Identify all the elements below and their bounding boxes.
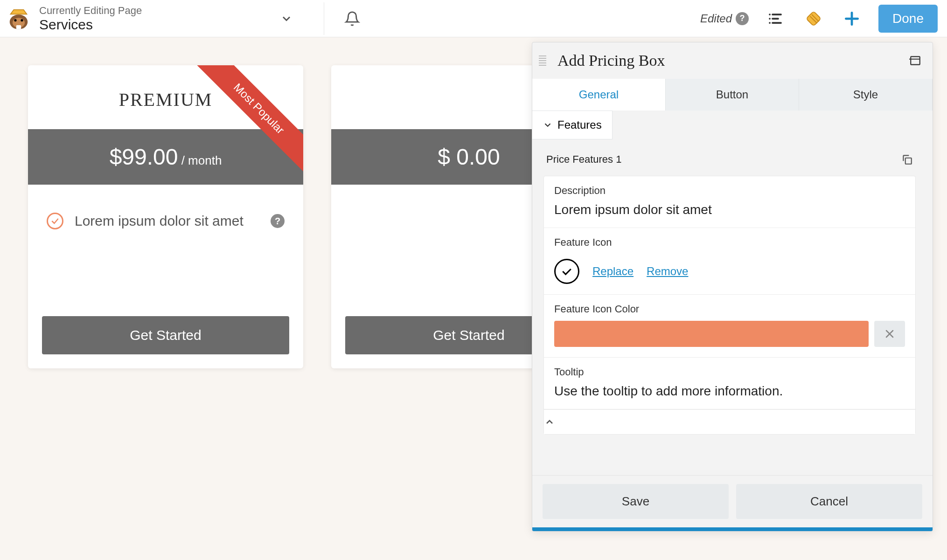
chevron-up-icon <box>544 416 555 428</box>
drag-handle-icon[interactable] <box>539 55 546 66</box>
svg-point-3 <box>14 19 16 21</box>
feature-icon-label: Feature Icon <box>554 236 905 249</box>
topbar-divider <box>324 2 324 35</box>
field-description: Description <box>544 176 915 228</box>
tooltip-label: Tooltip <box>554 366 905 378</box>
pricing-card-premium[interactable]: Most Popular PREMIUM $99.00 / month Lore… <box>28 65 303 368</box>
svg-point-4 <box>21 19 23 21</box>
collapse-section[interactable] <box>544 409 915 434</box>
notifications-icon[interactable] <box>338 5 366 33</box>
tooltip-input[interactable] <box>554 384 905 399</box>
cancel-button[interactable]: Cancel <box>736 484 922 519</box>
edited-help-icon[interactable]: ? <box>736 12 749 25</box>
svg-rect-2 <box>16 25 21 29</box>
duplicate-icon[interactable] <box>901 153 913 166</box>
accordion-label: Features <box>557 118 602 131</box>
topbar-right: Edited ? Done <box>700 5 947 33</box>
edited-label: Edited <box>700 12 732 25</box>
feature-text: Lorem ipsum dolor sit amet <box>75 213 259 229</box>
topbar: Currently Editing Page Services Edited ? <box>0 0 947 37</box>
feature-fields: Description Feature Icon Replace Remove … <box>543 176 916 435</box>
feature-row: Lorem ipsum dolor sit amet ? <box>28 185 303 229</box>
tab-button[interactable]: Button <box>666 79 799 111</box>
page-meta: Currently Editing Page Services <box>39 5 142 33</box>
ribbon-label: Most Popular <box>187 65 303 180</box>
most-popular-ribbon: Most Popular <box>182 65 303 187</box>
feature-icon-preview <box>554 259 579 284</box>
feature-tooltip-icon[interactable]: ? <box>271 214 285 228</box>
page-status-label: Currently Editing Page <box>39 5 142 17</box>
description-input[interactable] <box>554 202 905 217</box>
add-module-icon[interactable] <box>840 7 863 30</box>
page-selector-chevron[interactable] <box>272 5 300 33</box>
description-label: Description <box>554 185 905 197</box>
panel-progress <box>532 527 933 531</box>
expand-panel-icon[interactable] <box>909 55 921 67</box>
clear-color-icon[interactable] <box>874 321 905 347</box>
color-swatch[interactable] <box>554 321 869 347</box>
save-button[interactable]: Save <box>543 484 729 519</box>
panel-scroll[interactable]: Price Features 1 Description Feature Ico… <box>532 139 933 475</box>
icon-color-label: Feature Icon Color <box>554 303 905 315</box>
accordion-features[interactable]: Features <box>532 111 613 139</box>
tab-style[interactable]: Style <box>799 79 933 111</box>
remove-icon-link[interactable]: Remove <box>647 265 688 278</box>
field-icon-color: Feature Icon Color <box>544 295 915 358</box>
history-icon[interactable] <box>802 7 825 30</box>
topbar-left: Currently Editing Page Services <box>0 2 366 35</box>
price-amount: $99.00 <box>110 145 178 169</box>
tab-general[interactable]: General <box>532 79 666 111</box>
panel-footer: Save Cancel <box>532 475 933 527</box>
done-button[interactable]: Done <box>878 5 938 33</box>
beaver-logo-icon[interactable] <box>5 5 33 33</box>
svg-rect-11 <box>806 11 821 26</box>
svg-rect-18 <box>905 158 912 164</box>
panel-title: Add Pricing Box <box>557 52 909 69</box>
section-title: Price Features 1 <box>546 153 621 166</box>
check-circle-icon <box>47 213 63 229</box>
page-title: Services <box>39 17 142 33</box>
get-started-button[interactable]: Get Started <box>42 316 289 354</box>
section-header: Price Features 1 <box>543 149 916 170</box>
svg-rect-16 <box>911 56 920 64</box>
settings-panel: Add Pricing Box General Button Style Fea… <box>532 42 933 532</box>
outline-icon[interactable] <box>764 7 787 30</box>
panel-header[interactable]: Add Pricing Box <box>532 42 933 79</box>
chevron-down-icon <box>543 120 553 130</box>
replace-icon-link[interactable]: Replace <box>592 265 634 278</box>
tab-bar: General Button Style <box>532 79 933 111</box>
edited-indicator: Edited ? <box>700 12 749 25</box>
price-amount: $ 0.00 <box>438 145 500 169</box>
field-feature-icon: Feature Icon Replace Remove <box>544 228 915 295</box>
field-tooltip: Tooltip <box>544 358 915 409</box>
